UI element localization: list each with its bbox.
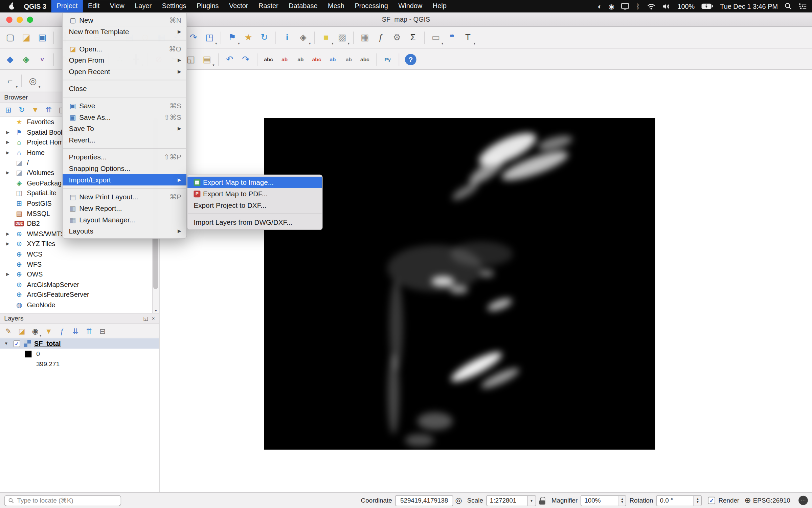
scroll-down-icon[interactable]: ▼ — [153, 309, 159, 312]
change-label-button[interactable]: abc — [357, 52, 372, 67]
menubar-item-project[interactable]: Project — [51, 0, 83, 13]
spinner-arrows-icon[interactable]: ▲▼ — [694, 495, 701, 505]
layer-labeling-button[interactable]: abc — [261, 52, 276, 67]
float-panel-icon[interactable]: ◱ — [143, 316, 148, 321]
shape-digitizing-button[interactable]: ⌐▾ — [3, 73, 18, 88]
project-menu-item-save-as[interactable]: ▣Save As...⇧⌘S — [63, 111, 186, 123]
move-label-button[interactable]: ab — [325, 52, 340, 67]
project-menu-item-open-recent[interactable]: Open Recent▶ — [63, 66, 186, 77]
redo-button[interactable]: ↷ — [238, 52, 253, 67]
spinner-arrows-icon[interactable]: ▲▼ — [618, 495, 626, 505]
highlight-labels-button[interactable]: abc — [309, 52, 324, 67]
remove-layer-button[interactable]: ⊟ — [96, 325, 109, 337]
project-menu-item-new-report[interactable]: ▥New Report... — [63, 202, 186, 214]
submenu-item-export-map-to-pdf[interactable]: PExport Map to PDF... — [187, 188, 322, 200]
measure-button[interactable]: ▭▾ — [428, 30, 443, 45]
undo-button[interactable]: ↶ — [222, 52, 237, 67]
crs-label[interactable]: EPSG:26910 — [753, 497, 790, 504]
submenu-item-export-map-to-image[interactable]: ▦Export Map to Image... — [187, 177, 322, 188]
coordinate-input[interactable]: 529419,4179138 — [395, 495, 453, 506]
expand-arrow-icon[interactable]: ▶ — [4, 242, 11, 246]
magnifier-spinbox[interactable]: 100% ▲▼ — [581, 495, 627, 506]
menubar-item-raster[interactable]: Raster — [253, 0, 284, 13]
expand-all-button[interactable]: ⇊ — [69, 325, 82, 337]
minimize-window-button[interactable] — [17, 17, 23, 23]
browser-item-xyz-tiles[interactable]: ▶⊕XYZ Tiles — [0, 239, 152, 249]
circle-digitizing-button[interactable]: ◎▾ — [25, 73, 40, 88]
project-menu-item-layouts[interactable]: Layouts▶ — [63, 225, 186, 237]
rotate-label-button[interactable]: ab — [341, 52, 356, 67]
menubar-item-edit[interactable]: Edit — [83, 0, 105, 13]
render-checkbox[interactable]: ✓ — [708, 497, 715, 504]
show-bookmarks-button[interactable]: ★ — [241, 30, 256, 45]
menubar-item-processing[interactable]: Processing — [349, 0, 393, 13]
control-center-icon[interactable] — [798, 3, 807, 9]
apple-menu[interactable] — [5, 2, 19, 10]
collapse-arrow-icon[interactable]: ▼ — [3, 341, 9, 346]
open-layer-styling-button[interactable]: ✎ — [2, 325, 15, 337]
statistical-summary-button[interactable]: Σ — [405, 30, 420, 45]
crs-globe-icon[interactable]: ⊕ — [744, 496, 751, 505]
data-source-manager-button[interactable]: ◆ — [3, 52, 18, 67]
menubar-item-database[interactable]: Database — [284, 0, 323, 13]
messages-icon[interactable]: ⋯ — [798, 496, 808, 505]
browser-item-wfs[interactable]: ⊕WFS — [0, 259, 152, 269]
lock-scale-icon[interactable] — [539, 496, 545, 504]
collapse-all-button[interactable]: ⇈ — [43, 103, 55, 116]
expand-arrow-icon[interactable]: ▶ — [4, 272, 11, 277]
refresh-browser-button[interactable]: ↻ — [16, 103, 28, 116]
map-tips-button[interactable]: ❝ — [444, 30, 459, 45]
expand-arrow-icon[interactable]: ▶ — [4, 150, 11, 155]
collapse-all-layers-button[interactable]: ⇈ — [83, 325, 95, 337]
filter-browser-button[interactable]: ▼ — [29, 103, 42, 116]
menubar-item-help[interactable]: Help — [428, 0, 452, 13]
project-menu-item-open[interactable]: ◪Open...⌘O — [63, 43, 186, 54]
volume-icon[interactable] — [662, 3, 671, 9]
new-shapefile-layer-button[interactable]: V — [35, 52, 50, 67]
extents-toggle-icon[interactable]: ◎ — [455, 496, 462, 505]
add-selected-layers-button[interactable]: ⊞ — [2, 103, 15, 116]
filter-by-expression-button[interactable]: ƒ — [56, 325, 68, 337]
project-menu-item-new[interactable]: ▢New⌘N — [63, 15, 186, 26]
wifi-icon[interactable] — [647, 3, 656, 9]
menubar-item-window[interactable]: Window — [393, 0, 427, 13]
layer-diagram-button[interactable]: ab — [277, 52, 292, 67]
browser-item-arcgismapserver[interactable]: ⊕ArcGisMapServer — [0, 280, 152, 290]
manage-map-themes-button[interactable]: ◉▾ — [29, 325, 42, 337]
help-contents-button[interactable]: ? — [405, 53, 416, 65]
zoom-next-button[interactable]: ↷ — [186, 30, 201, 45]
project-menu-item-snapping-options[interactable]: Snapping Options... — [63, 163, 186, 174]
record-icon[interactable]: ◉ — [609, 2, 614, 10]
select-features-button[interactable]: ■▾ — [318, 30, 333, 45]
menubar-item-plugins[interactable]: Plugins — [191, 0, 224, 13]
project-menu-item-revert[interactable]: Revert... — [63, 134, 186, 146]
project-menu-item-save[interactable]: ▣Save⌘S — [63, 100, 186, 111]
contrast-icon[interactable]: ◐ — [598, 2, 602, 10]
browser-item-wcs[interactable]: ⊕WCS — [0, 249, 152, 259]
project-menu-item-new-from-template[interactable]: New from Template▶ — [63, 26, 186, 38]
pin-labels-button[interactable]: ab — [293, 52, 308, 67]
menubar-item-vector[interactable]: Vector — [224, 0, 253, 13]
add-group-button[interactable]: ◪ — [16, 325, 28, 337]
expand-arrow-icon[interactable]: ▶ — [4, 231, 11, 236]
menubar-item-mesh[interactable]: Mesh — [323, 0, 349, 13]
options-button[interactable]: ⚙ — [389, 30, 404, 45]
open-attribute-table-button[interactable]: ▦ — [357, 30, 372, 45]
project-menu-item-save-to[interactable]: Save To▶ — [63, 123, 186, 134]
bluetooth-icon[interactable]: ᛒ — [636, 2, 640, 10]
menubar-clock[interactable]: Tue Dec 1 3:46 PM — [720, 2, 778, 10]
paste-features-button[interactable]: ▤▾ — [199, 52, 214, 67]
new-map-view-button[interactable]: ◳▾ — [202, 30, 217, 45]
project-menu-item-import-export[interactable]: Import/Export▶ — [63, 174, 186, 185]
expand-arrow-icon[interactable]: ▶ — [4, 140, 11, 145]
menubar-item-layer[interactable]: Layer — [130, 0, 157, 13]
deselect-features-button[interactable]: ▨▾ — [335, 30, 349, 45]
text-annotation-button[interactable]: T▾ — [460, 30, 475, 45]
field-calculator-button[interactable]: ƒ — [374, 30, 388, 45]
project-menu-item-layout-manager[interactable]: ▦Layout Manager... — [63, 214, 186, 225]
expand-arrow-icon[interactable]: ▶ — [4, 130, 11, 135]
close-panel-icon[interactable]: × — [152, 316, 155, 321]
map-canvas[interactable] — [160, 70, 812, 492]
layer-visibility-checkbox[interactable]: ✓ — [14, 340, 20, 347]
app-name[interactable]: QGIS 3 — [19, 2, 51, 10]
